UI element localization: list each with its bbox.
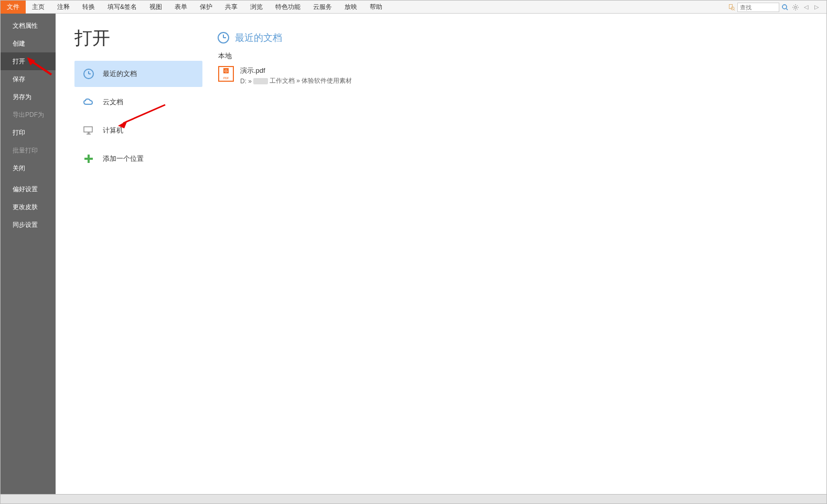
tab-help[interactable]: 帮助 [363, 1, 389, 14]
side-batch-print[interactable]: 批量打印 [1, 141, 56, 159]
nav-forward-icon[interactable]: ▷ [812, 3, 821, 12]
pdf-file-icon: GPDF [218, 66, 234, 82]
side-sync[interactable]: 同步设置 [1, 216, 56, 234]
svg-point-5 [794, 6, 797, 8]
tab-file[interactable]: 文件 [1, 1, 26, 14]
opt-recent[interactable]: 最近的文档 [74, 61, 202, 87]
local-title: 本地 [218, 51, 826, 61]
side-save[interactable]: 保存 [1, 70, 56, 88]
side-doc-properties[interactable]: 文档属性 [1, 17, 56, 35]
side-open[interactable]: 打开 [1, 52, 56, 70]
content-column: 最近的文档 本地 GPDF 演示.pdf D: » 工作文档 » 体验软件使用素… [213, 14, 826, 494]
svg-line-13 [797, 5, 798, 6]
gear-icon[interactable] [791, 3, 800, 12]
path-redacted [253, 78, 268, 84]
section-header: 最近的文档 [217, 31, 826, 44]
tab-home[interactable]: 主页 [26, 1, 51, 14]
computer-icon [83, 125, 94, 136]
cloud-icon [83, 96, 94, 108]
side-save-as[interactable]: 另存为 [1, 88, 56, 106]
file-item[interactable]: GPDF 演示.pdf D: » 工作文档 » 体验软件使用素材 [217, 64, 826, 87]
side-close[interactable]: 关闭 [1, 159, 56, 177]
svg-rect-0 [729, 4, 733, 8]
page-title: 打开 [74, 26, 202, 50]
tab-play[interactable]: 放映 [338, 1, 363, 14]
opt-cloud[interactable]: 云文档 [74, 89, 202, 115]
side-export-pdf[interactable]: 导出PDF为 [1, 106, 56, 124]
svg-point-3 [782, 5, 787, 9]
footer-bar [1, 494, 826, 503]
svg-rect-17 [84, 127, 92, 132]
file-name: 演示.pdf [240, 66, 352, 75]
tab-annotate[interactable]: 注释 [51, 1, 76, 14]
opt-add-label: 添加一个位置 [103, 154, 144, 163]
svg-line-10 [793, 5, 794, 6]
opt-cloud-label: 云文档 [103, 97, 123, 107]
clock-icon [217, 31, 230, 44]
opt-recent-label: 最近的文档 [103, 69, 137, 79]
search-icon[interactable] [780, 3, 790, 12]
section-title: 最近的文档 [235, 31, 282, 44]
side-print[interactable]: 打印 [1, 124, 56, 141]
topbar: 文件 主页 注释 转换 填写&签名 视图 表单 保护 共享 浏览 特色功能 云服… [1, 1, 826, 14]
tab-feature[interactable]: 特色功能 [269, 1, 307, 14]
open-options-column: 打开 最近的文档 云文档 [56, 14, 213, 494]
opt-add-location[interactable]: 添加一个位置 [74, 146, 202, 172]
tab-cloud[interactable]: 云服务 [307, 1, 338, 14]
svg-line-4 [787, 8, 788, 10]
search-doc-icon[interactable] [727, 3, 736, 12]
svg-line-12 [793, 8, 794, 9]
tab-form[interactable]: 表单 [168, 1, 194, 14]
side-skin[interactable]: 更改皮肤 [1, 198, 56, 216]
nav-back-icon[interactable]: ◁ [801, 3, 811, 12]
svg-line-11 [797, 8, 798, 9]
tab-protect[interactable]: 保护 [194, 1, 219, 14]
file-path: D: » 工作文档 » 体验软件使用素材 [240, 76, 352, 85]
plus-icon [83, 153, 94, 165]
sidebar: 文档属性 创建 打开 保存 另存为 导出PDF为 打印 批量打印 关闭 偏好设置… [1, 14, 56, 494]
tab-fill[interactable]: 填写&签名 [101, 1, 143, 14]
tab-browse[interactable]: 浏览 [244, 1, 269, 14]
clock-icon [83, 68, 94, 80]
tab-share[interactable]: 共享 [219, 1, 244, 14]
opt-computer-label: 计算机 [103, 126, 123, 135]
tab-view[interactable]: 视图 [143, 1, 168, 14]
svg-line-2 [734, 9, 735, 10]
search-input[interactable] [737, 3, 779, 12]
side-create[interactable]: 创建 [1, 35, 56, 52]
tab-convert[interactable]: 转换 [76, 1, 101, 14]
opt-computer[interactable]: 计算机 [74, 117, 202, 144]
side-preferences[interactable]: 偏好设置 [1, 180, 56, 198]
